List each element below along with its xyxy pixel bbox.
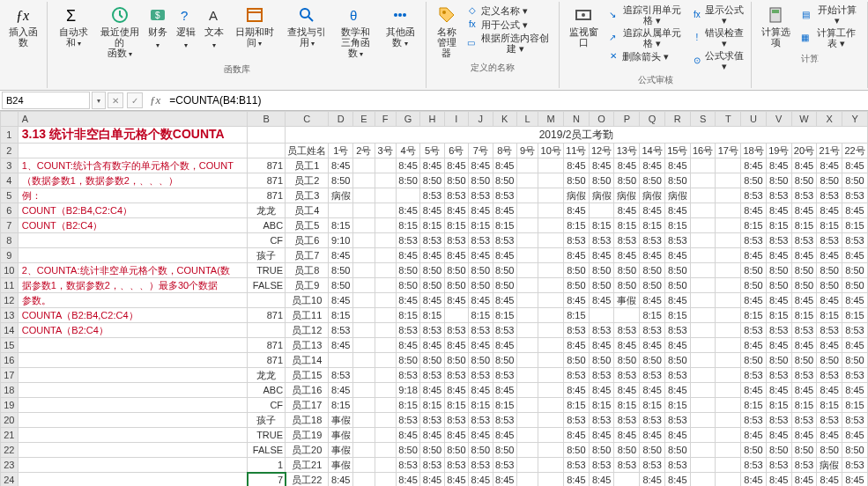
cell[interactable]: 8:50 [329, 173, 353, 188]
cell[interactable] [375, 308, 396, 323]
cell[interactable]: 8:45 [420, 338, 444, 353]
cell[interactable]: 8:53 [444, 323, 468, 338]
cell[interactable]: 8:50 [469, 263, 493, 278]
cell[interactable]: 员工6 [286, 233, 329, 248]
formula-input[interactable] [166, 92, 868, 108]
cell[interactable]: 8:53 [817, 188, 842, 203]
cell[interactable]: 8:45 [741, 293, 767, 308]
cell[interactable]: 8:15 [640, 308, 665, 323]
cell[interactable] [375, 248, 396, 263]
cell[interactable] [538, 188, 564, 203]
cell[interactable]: 8:15 [444, 398, 468, 413]
cell[interactable]: 8:45 [817, 428, 842, 443]
col-header-Q[interactable]: Q [640, 112, 665, 127]
name-box-dropdown[interactable]: ▾ [92, 92, 106, 109]
col-header-F[interactable]: F [375, 112, 396, 127]
cell-B1[interactable] [248, 127, 286, 144]
cell[interactable]: 8:45 [469, 293, 493, 308]
cell[interactable]: 3号 [375, 144, 396, 158]
cell[interactable]: 8:50 [640, 443, 665, 458]
cell[interactable] [690, 383, 716, 398]
cell[interactable]: 8:45 [444, 383, 468, 398]
cell[interactable]: 8:45 [396, 203, 419, 218]
cell[interactable]: 8:53 [791, 188, 817, 203]
cell[interactable]: 8:15 [469, 398, 493, 413]
cell[interactable]: 8:45 [420, 428, 444, 443]
cell[interactable] [516, 473, 538, 487]
cell[interactable] [538, 353, 564, 368]
cell[interactable]: 8:50 [469, 353, 493, 368]
cell[interactable] [353, 293, 375, 308]
cell[interactable]: 8:50 [564, 278, 590, 293]
cell-A16[interactable] [18, 353, 248, 368]
cell[interactable]: 8:15 [329, 398, 353, 413]
cell[interactable]: 8:45 [664, 293, 690, 308]
cell-B15[interactable]: 871 [248, 338, 286, 353]
cell[interactable]: 8:50 [766, 353, 791, 368]
cell[interactable]: 8:53 [741, 413, 767, 428]
cell[interactable]: 8:53 [842, 233, 868, 248]
cell[interactable] [716, 263, 741, 278]
cell[interactable]: 8:50 [842, 443, 868, 458]
cell[interactable]: 8:53 [469, 233, 493, 248]
cell[interactable]: 8:45 [640, 338, 665, 353]
row-header-10[interactable]: 10 [1, 263, 19, 278]
cell[interactable]: 8:53 [741, 188, 767, 203]
cell[interactable]: 8:53 [420, 458, 444, 473]
cell[interactable]: 8:15 [396, 398, 419, 413]
cell[interactable]: 8:45 [444, 158, 468, 173]
cell[interactable] [589, 308, 614, 323]
cell[interactable]: 1号 [329, 144, 353, 158]
cell[interactable]: 8:53 [469, 458, 493, 473]
cell-A2[interactable] [18, 144, 248, 158]
cell-B11[interactable]: FALSE [248, 278, 286, 293]
cell[interactable]: 8:45 [842, 158, 868, 173]
cell[interactable] [690, 428, 716, 443]
cell[interactable] [716, 233, 741, 248]
cell[interactable]: 8:45 [741, 203, 767, 218]
cell[interactable] [690, 473, 716, 487]
cell-A20[interactable] [18, 413, 248, 428]
cell[interactable] [516, 263, 538, 278]
cell[interactable]: 8:50 [791, 278, 817, 293]
cell[interactable]: 8:45 [791, 338, 817, 353]
cell[interactable] [516, 338, 538, 353]
cell[interactable]: 8:45 [766, 383, 791, 398]
cell[interactable]: 8:45 [791, 428, 817, 443]
cell[interactable]: 8:53 [842, 368, 868, 383]
cell[interactable]: 8:45 [640, 293, 665, 308]
cell[interactable] [375, 398, 396, 413]
cell[interactable]: 员工9 [286, 278, 329, 293]
cell[interactable]: 8:53 [396, 368, 419, 383]
cell[interactable]: 16号 [690, 144, 716, 158]
cell[interactable] [375, 473, 396, 487]
cell[interactable] [589, 203, 614, 218]
cell[interactable]: 8:45 [791, 383, 817, 398]
cell[interactable]: 8:45 [493, 338, 516, 353]
cell[interactable]: 8:15 [741, 308, 767, 323]
cell[interactable]: 8:50 [766, 278, 791, 293]
cell-B7[interactable]: ABC [248, 218, 286, 233]
cell[interactable] [375, 383, 396, 398]
cell[interactable]: 8:45 [493, 428, 516, 443]
cell[interactable]: 8:50 [664, 443, 690, 458]
cell[interactable]: 8:15 [396, 308, 419, 323]
use-formula-btn[interactable]: fx用于公式 ▾ [463, 18, 555, 32]
cell[interactable]: 8:45 [791, 158, 817, 173]
row-header-5[interactable]: 5 [1, 188, 19, 203]
cell[interactable]: 8:50 [564, 353, 590, 368]
cell[interactable]: 19号 [766, 144, 791, 158]
col-header-U[interactable]: U [741, 112, 767, 127]
cell[interactable]: 8:53 [420, 323, 444, 338]
cell[interactable]: 8:45 [420, 248, 444, 263]
cell[interactable] [375, 233, 396, 248]
cell[interactable]: 员工10 [286, 293, 329, 308]
cell[interactable]: 8:45 [640, 473, 665, 487]
cell[interactable]: 8:45 [444, 338, 468, 353]
cell-B17[interactable]: 龙龙 [248, 368, 286, 383]
col-header-G[interactable]: G [396, 112, 419, 127]
cell[interactable]: 8:45 [741, 158, 767, 173]
cell[interactable] [375, 323, 396, 338]
calc-now-btn[interactable]: ▤开始计算 ▾ [796, 4, 864, 26]
cell[interactable]: 8:50 [791, 263, 817, 278]
